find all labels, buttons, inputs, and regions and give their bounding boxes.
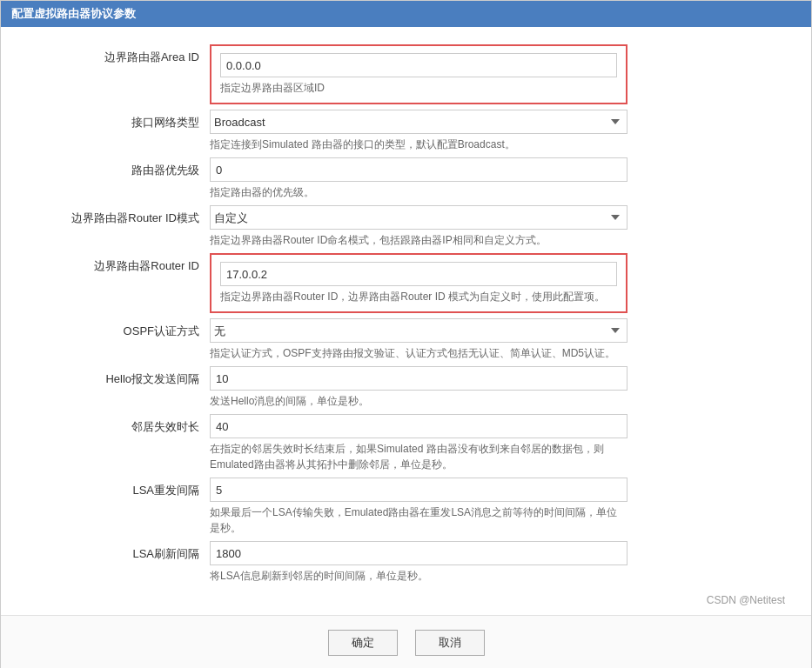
main-window: 配置虚拟路由器协议参数 边界路由器Area ID 指定边界路由器区域ID 接口网… xyxy=(0,0,812,668)
lsa-retransmit-input[interactable] xyxy=(210,478,627,502)
router-id-mode-select[interactable]: 自定义 与路由器IP相同 xyxy=(210,205,627,230)
ospf-auth-select[interactable]: 无 简单认证 MD5认证 xyxy=(210,318,627,343)
router-id-mode-label: 边界路由器Router ID模式 xyxy=(36,205,210,226)
priority-hint: 指定路由器的优先级。 xyxy=(210,184,627,200)
hello-interval-input[interactable] xyxy=(210,366,627,391)
area-id-highlighted-box: 指定边界路由器区域ID xyxy=(210,44,627,104)
priority-input[interactable] xyxy=(210,157,627,182)
area-id-input[interactable] xyxy=(220,53,617,77)
ospf-auth-hint: 指定认证方式，OSPF支持路由报文验证、认证方式包括无认证、简单认证、MD5认证… xyxy=(210,345,627,361)
router-id-input[interactable] xyxy=(220,262,617,286)
router-id-mode-row: 边界路由器Router ID模式 自定义 与路由器IP相同 指定边界路由器Rou… xyxy=(36,205,776,248)
content-area: 边界路由器Area ID 指定边界路由器区域ID 接口网络类型 Broadcas… xyxy=(1,27,811,615)
priority-ctrl: 指定路由器的优先级。 xyxy=(210,157,627,200)
network-type-row: 接口网络类型 Broadcast P2P NBMA 指定连接到Simulated… xyxy=(36,110,776,152)
router-id-mode-ctrl: 自定义 与路由器IP相同 指定边界路由器Router ID命名模式，包括跟路由器… xyxy=(210,205,627,248)
lsa-refresh-hint: 将LSA信息刷新到邻居的时间间隔，单位是秒。 xyxy=(210,568,627,584)
network-type-ctrl: Broadcast P2P NBMA 指定连接到Simulated 路由器的接口… xyxy=(210,110,627,152)
cancel-button[interactable]: 取消 xyxy=(415,630,485,656)
dead-interval-input[interactable] xyxy=(210,414,627,438)
lsa-refresh-ctrl: 将LSA信息刷新到邻居的时间间隔，单位是秒。 xyxy=(210,541,627,584)
lsa-refresh-label: LSA刷新间隔 xyxy=(36,541,210,562)
footer: 确定 取消 xyxy=(1,615,811,668)
area-id-label: 边界路由器Area ID xyxy=(36,44,210,65)
lsa-refresh-row: LSA刷新间隔 将LSA信息刷新到邻居的时间间隔，单位是秒。 xyxy=(36,541,776,584)
router-id-mode-hint: 指定边界路由器Router ID命名模式，包括跟路由器IP相同和自定义方式。 xyxy=(210,232,627,248)
hello-interval-ctrl: 发送Hello消息的间隔，单位是秒。 xyxy=(210,366,627,409)
area-id-row: 边界路由器Area ID 指定边界路由器区域ID xyxy=(36,44,776,104)
confirm-button[interactable]: 确定 xyxy=(328,630,398,656)
priority-label: 路由器优先级 xyxy=(36,157,210,178)
lsa-retransmit-row: LSA重发间隔 如果最后一个LSA传输失败，Emulated路由器在重发LSA消… xyxy=(36,478,776,536)
hello-interval-label: Hello报文发送间隔 xyxy=(36,366,210,387)
router-id-row: 边界路由器Router ID 指定边界路由器Router ID，边界路由器Rou… xyxy=(36,253,776,313)
dead-interval-hint: 在指定的邻居失效时长结束后，如果Simulated 路由器没有收到来自邻居的数据… xyxy=(210,441,627,472)
watermark: CSDN @Netitest xyxy=(707,594,785,606)
dead-interval-ctrl: 在指定的邻居失效时长结束后，如果Simulated 路由器没有收到来自邻居的数据… xyxy=(210,414,627,472)
hello-interval-hint: 发送Hello消息的间隔，单位是秒。 xyxy=(210,393,627,409)
lsa-refresh-input[interactable] xyxy=(210,541,627,565)
lsa-retransmit-ctrl: 如果最后一个LSA传输失败，Emulated路由器在重发LSA消息之前等待的时间… xyxy=(210,478,627,536)
area-id-hint: 指定边界路由器区域ID xyxy=(220,80,617,96)
dead-interval-row: 邻居失效时长 在指定的邻居失效时长结束后，如果Simulated 路由器没有收到… xyxy=(36,414,776,472)
router-id-label: 边界路由器Router ID xyxy=(36,253,210,274)
router-id-highlighted-box: 指定边界路由器Router ID，边界路由器Router ID 模式为自定义时，… xyxy=(210,253,627,313)
hello-interval-row: Hello报文发送间隔 发送Hello消息的间隔，单位是秒。 xyxy=(36,366,776,409)
ospf-auth-label: OSPF认证方式 xyxy=(36,318,210,339)
ospf-auth-ctrl: 无 简单认证 MD5认证 指定认证方式，OSPF支持路由报文验证、认证方式包括无… xyxy=(210,318,627,361)
network-type-select[interactable]: Broadcast P2P NBMA xyxy=(210,110,627,134)
dead-interval-label: 邻居失效时长 xyxy=(36,414,210,435)
title-bar: 配置虚拟路由器协议参数 xyxy=(1,1,811,27)
network-type-hint: 指定连接到Simulated 路由器的接口的类型，默认配置Broadcast。 xyxy=(210,137,627,152)
lsa-retransmit-hint: 如果最后一个LSA传输失败，Emulated路由器在重发LSA消息之前等待的时间… xyxy=(210,504,627,536)
router-id-hint: 指定边界路由器Router ID，边界路由器Router ID 模式为自定义时，… xyxy=(220,289,617,304)
window-title: 配置虚拟路由器协议参数 xyxy=(11,6,136,22)
network-type-label: 接口网络类型 xyxy=(36,110,210,130)
ospf-auth-row: OSPF认证方式 无 简单认证 MD5认证 指定认证方式，OSPF支持路由报文验… xyxy=(36,318,776,361)
priority-row: 路由器优先级 指定路由器的优先级。 xyxy=(36,157,776,200)
lsa-retransmit-label: LSA重发间隔 xyxy=(36,478,210,498)
